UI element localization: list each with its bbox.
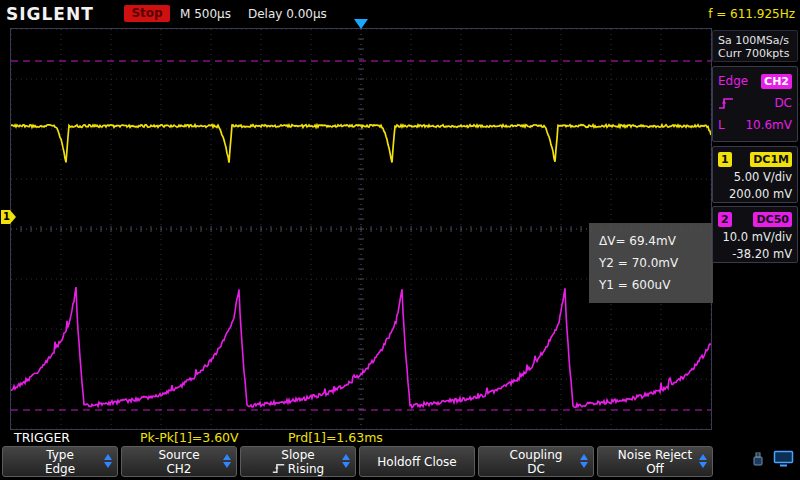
measurement-pkpk: Pk-Pk[1]=3.60V: [140, 430, 239, 445]
siglent-logo: SIGLENT: [6, 4, 94, 24]
ch2-scale: 10.0 mV/div: [718, 229, 792, 246]
menu-value: DC: [527, 462, 545, 476]
delay-readout: Delay 0.00µs: [248, 7, 327, 21]
menu-label: Holdoff Close: [377, 455, 456, 469]
menu-label: Noise Reject: [618, 448, 692, 462]
status-row: TRIGGER Pk-Pk[1]=3.60V Prd[1]=1.63ms: [0, 429, 712, 446]
timebase-readout: M 500µs: [180, 7, 231, 21]
top-bar: SIGLENT Stop M 500µs Delay 0.00µs f = 61…: [0, 0, 800, 28]
ch2-number-badge: 2: [718, 212, 732, 227]
corner-icons: [750, 450, 794, 468]
updown-arrows-icon: [342, 454, 350, 468]
trigger-position-marker[interactable]: [354, 19, 368, 29]
menu-button-source[interactable]: Source CH2: [121, 446, 237, 477]
ch1-status-panel[interactable]: 1 DC1M 5.00 V/div 200.00 mV: [712, 146, 798, 203]
waveform-display[interactable]: 1 ΔV= 69.4mV Y2 = 70.0mV Y1 = 600uV: [10, 28, 712, 430]
ch1-waveform: [11, 125, 711, 163]
run-state-badge[interactable]: Stop: [124, 5, 170, 22]
ch1-coupling-badge: DC1M: [750, 152, 792, 167]
remote-display-icon[interactable]: [773, 450, 794, 468]
ch1-number-badge: 1: [718, 152, 732, 167]
menu-button-coupling[interactable]: Coupling DC: [478, 446, 594, 477]
frequency-counter: f = 611.925Hz: [708, 7, 795, 21]
ch1-offset: 200.00 mV: [718, 186, 792, 203]
updown-arrows-icon: [104, 454, 112, 468]
ch2-status-panel[interactable]: 2 DC50 10.0 mV/div -38.20 mV: [712, 206, 798, 263]
softkey-menu: Type Edge Source CH2 Slope Rising Holdof…: [2, 446, 718, 478]
menu-button-slope[interactable]: Slope Rising: [240, 446, 356, 477]
updown-arrows-icon: [699, 454, 707, 468]
menu-label: Source: [158, 448, 199, 462]
rising-edge-icon: [718, 97, 734, 110]
trigger-status-panel[interactable]: Edge CH2 DC L 10.6mV: [712, 66, 798, 142]
menu-value-text: Rising: [288, 462, 324, 476]
rising-edge-icon: [272, 463, 285, 474]
trigger-mode: Edge: [718, 74, 748, 88]
menu-button-type[interactable]: Type Edge: [2, 446, 118, 477]
usb-device-icon: [750, 451, 766, 467]
menu-value: Off: [646, 462, 664, 476]
trigger-level-label: L: [718, 118, 725, 132]
trigger-coupling: DC: [774, 96, 792, 110]
menu-label: Type: [46, 448, 74, 462]
updown-arrows-icon: [223, 454, 231, 468]
cursor-y1-value: Y1 = 600uV: [599, 274, 703, 296]
ch2-coupling-badge: DC50: [753, 212, 792, 227]
trigger-source-badge: CH2: [761, 74, 792, 89]
sample-rate: Sa 100MSa/s: [718, 34, 792, 47]
right-sidebar: Sa 100MSa/s Curr 700kpts Edge CH2 DC L 1…: [712, 28, 800, 430]
measurement-period: Prd[1]=1.63ms: [288, 430, 383, 445]
menu-value: CH2: [166, 462, 191, 476]
menu-title: TRIGGER: [14, 430, 70, 445]
menu-label: Coupling: [510, 448, 563, 462]
menu-label: Slope: [281, 448, 314, 462]
trigger-level-value: 10.6mV: [745, 118, 792, 132]
cursor-readout-box: ΔV= 69.4mV Y2 = 70.0mV Y1 = 600uV: [589, 223, 713, 303]
memory-depth: Curr 700kpts: [718, 47, 792, 60]
ch2-offset: -38.20 mV: [718, 246, 792, 263]
menu-value: Rising: [272, 462, 324, 476]
updown-arrows-icon: [580, 454, 588, 468]
menu-button-noise-reject[interactable]: Noise Reject Off: [597, 446, 713, 477]
acquisition-panel: Sa 100MSa/s Curr 700kpts: [712, 30, 798, 62]
cursor-y2-value: Y2 = 70.0mV: [599, 252, 703, 274]
menu-button-holdoff[interactable]: Holdoff Close: [359, 446, 475, 477]
ch1-scale: 5.00 V/div: [718, 169, 792, 186]
cursor-delta-v: ΔV= 69.4mV: [599, 230, 703, 252]
menu-value: Edge: [45, 462, 75, 476]
